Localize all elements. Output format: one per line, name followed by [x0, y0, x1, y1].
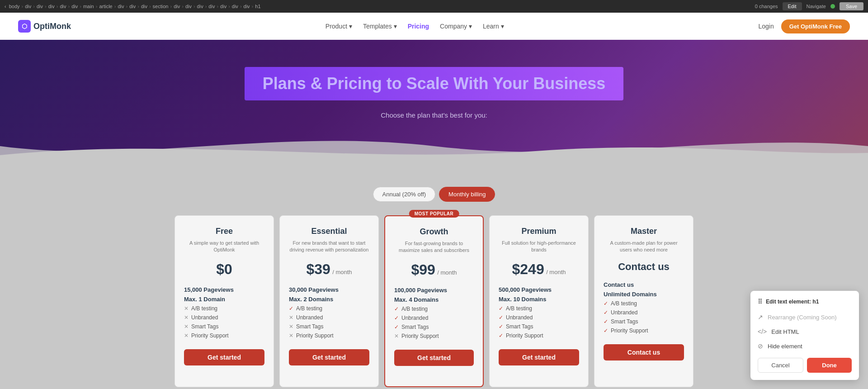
check-icon: ✓ [604, 300, 608, 307]
changes-count: 0 changes [755, 4, 778, 9]
context-menu-title: ⠿ Edit text element: h1 [750, 296, 859, 310]
feature-pageviews: 30,000 Pageviews [289, 285, 369, 294]
navigate-button[interactable]: Navigate [807, 4, 826, 9]
x-icon: ✕ [289, 332, 293, 339]
hero-title: Plans & Pricing to Scale With Your Busin… [263, 74, 606, 93]
plan-name: Free [184, 227, 264, 236]
plan-subtitle: For fast-growing brands to maximize sale… [394, 240, 474, 254]
feature-ab: ✓ A/B testing [289, 304, 369, 313]
context-menu-rearrange-label: Rearrange (Coming Soon) [768, 314, 836, 321]
breadcrumb-item: div [185, 4, 192, 9]
edit-button[interactable]: Edit [783, 2, 802, 10]
feature-pageviews: 500,000 Pageviews [499, 285, 579, 294]
logo-icon: ⬡ [18, 20, 31, 33]
context-menu-edit-html[interactable]: </> Edit HTML [750, 324, 859, 339]
plan-features: 100,000 Pageviews Max. 4 Domains ✓ A/B t… [394, 285, 474, 341]
pricing-card-growth: MOST POPULAR Growth For fast-growing bra… [384, 215, 484, 387]
plan-subtitle: A custom-made plan for power users who n… [604, 240, 684, 254]
monthly-billing-toggle[interactable]: Monthly billing [439, 187, 495, 202]
breadcrumb-item: div [25, 4, 31, 9]
breadcrumb-item: div [71, 4, 78, 9]
context-menu-edit-html-label: Edit HTML [771, 328, 799, 335]
hero-title-text: Plans & Pricing to Scale With Your [263, 74, 528, 93]
pricing-card-free: Free A simple way to get started with Op… [175, 215, 274, 387]
feature-domains: Max. 4 Domains [394, 295, 474, 304]
feature-unbranded: ✓ Unbranded [499, 313, 579, 322]
plan-price: $99 / month [394, 261, 474, 278]
context-menu-title-text: Edit text element: h1 [766, 299, 819, 305]
feature-unbranded: ✓ Unbranded [394, 313, 474, 323]
annual-billing-toggle[interactable]: Annual (20% off) [373, 187, 436, 202]
feature-unbranded: ✓ Unbranded [604, 308, 684, 317]
feature-domains: Max. 10 Domains [499, 294, 579, 304]
plan-name: Master [604, 227, 684, 236]
breadcrumb-item: div [48, 4, 55, 9]
logo[interactable]: ⬡ OptiMonk [18, 20, 71, 33]
plan-features: 30,000 Pageviews Max. 2 Domains ✓ A/B te… [289, 285, 369, 340]
check-icon: ✓ [604, 318, 608, 325]
plan-cta-master[interactable]: Contact us [604, 344, 684, 361]
breadcrumb-item: article [99, 4, 112, 9]
breadcrumb-item: div [232, 4, 238, 9]
check-icon: ✓ [604, 309, 608, 316]
cancel-button[interactable]: Cancel [758, 358, 803, 373]
breadcrumb-item: div [60, 4, 66, 9]
plan-cta-essential[interactable]: Get started [289, 349, 369, 365]
check-icon: ✓ [499, 314, 503, 321]
price-period: / month [546, 269, 566, 275]
breadcrumb-item: div [141, 4, 147, 9]
plan-cta-premium[interactable]: Get started [499, 349, 579, 365]
context-menu-actions: Cancel Done [750, 353, 859, 375]
plan-cta-growth[interactable]: Get started [394, 350, 474, 366]
nav-pricing[interactable]: Pricing [408, 23, 429, 30]
feature-smart-tags: ✓ Smart Tags [394, 323, 474, 332]
price-period: / month [332, 269, 352, 275]
plan-price: $249 / month [499, 261, 579, 278]
login-button[interactable]: Login [758, 23, 774, 30]
plan-subtitle: A simple way to get started with OptiMon… [184, 240, 264, 254]
plan-cta-free[interactable]: Get started [184, 349, 264, 365]
check-icon: ✓ [604, 327, 608, 334]
check-icon: ✓ [394, 306, 399, 312]
breadcrumb-item: div [208, 4, 215, 9]
most-popular-badge: MOST POPULAR [409, 210, 459, 218]
pricing-area: Annual (20% off) Monthly billing Free A … [0, 164, 868, 389]
context-menu-hide[interactable]: ⊘ Hide element [750, 339, 859, 353]
status-dot [830, 4, 835, 9]
done-button[interactable]: Done [807, 358, 852, 373]
feature-unbranded: ✕ Unbranded [184, 313, 264, 322]
price-amount: $99 [411, 261, 435, 278]
plan-price: $39 / month [289, 261, 369, 278]
feature-ab: ✕ A/B testing [184, 304, 264, 313]
nav-back-icon[interactable]: ‹ [5, 4, 6, 9]
breadcrumb-item: div [174, 4, 180, 9]
billing-toggle: Annual (20% off) Monthly billing [27, 187, 841, 202]
save-button[interactable]: Save [840, 2, 863, 10]
nav-learn[interactable]: Learn ▾ [483, 23, 504, 30]
breadcrumb-item: div [197, 4, 203, 9]
price-amount: Contact us [618, 261, 670, 272]
context-menu-rearrange[interactable]: ↗ Rearrange (Coming Soon) [750, 310, 859, 324]
breadcrumb-actions: 0 changes Edit Navigate Save [755, 2, 863, 10]
breadcrumb-item: div [244, 4, 250, 9]
breadcrumb-item: body [9, 4, 20, 9]
check-icon: ✓ [394, 315, 399, 321]
logo-text: OptiMonk [33, 22, 71, 31]
get-free-button[interactable]: Get OptiMonk Free [781, 19, 850, 33]
nav-company[interactable]: Company ▾ [440, 23, 472, 30]
feature-domains: Max. 1 Domain [184, 294, 264, 304]
feature-ab: ✓ A/B testing [394, 304, 474, 313]
feature-ab: ✓ A/B testing [604, 299, 684, 308]
feature-priority: ✓ Priority Support [604, 326, 684, 335]
pricing-card-master: Master A custom-made plan for power user… [594, 215, 693, 387]
nav-templates[interactable]: Templates ▾ [363, 23, 397, 30]
hide-icon: ⊘ [758, 342, 763, 350]
pricing-card-premium: Premium Full solution for high-performan… [489, 215, 589, 387]
price-period: / month [437, 269, 457, 276]
plan-price: $0 [184, 261, 264, 278]
nav-product[interactable]: Product ▾ [326, 23, 352, 30]
plan-features: Contact us Unlimited Domains ✓ A/B testi… [604, 280, 684, 335]
hero-subtitle: Choose the plan that's best for you: [0, 111, 868, 119]
price-amount: $0 [216, 261, 232, 277]
feature-unbranded: ✕ Unbranded [289, 313, 369, 322]
